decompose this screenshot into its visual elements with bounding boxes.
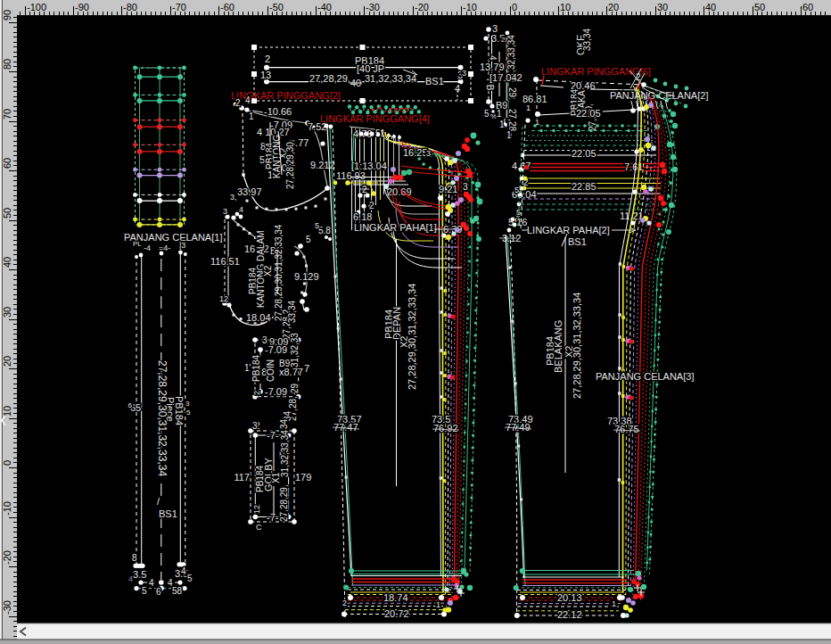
svg-text:76.92: 76.92 — [433, 423, 458, 433]
svg-text:50: 50 — [2, 208, 12, 219]
svg-text:12: 12 — [252, 505, 261, 514]
svg-text:-90: -90 — [75, 2, 89, 12]
svg-text:3: 3 — [252, 421, 258, 431]
svg-text:-50: -50 — [269, 2, 284, 12]
svg-text:27,28,29,: 27,28,29, — [279, 484, 289, 522]
svg-text:60: 60 — [2, 158, 12, 169]
svg-text:4: 4 — [245, 95, 251, 105]
svg-text:5: 5 — [484, 109, 490, 119]
svg-text:76.75: 76.75 — [614, 424, 639, 434]
svg-text:-7.09: -7.09 — [265, 344, 287, 355]
svg-text:LINGKAR PAHA[2]: LINGKAR PAHA[2] — [527, 225, 610, 235]
svg-text:LINGKAR PAHA[1]: LINGKAR PAHA[1] — [354, 222, 437, 233]
svg-text:20.72: 20.72 — [384, 608, 409, 619]
svg-text:3,: 3, — [230, 193, 237, 202]
svg-text:117: 117 — [234, 472, 250, 483]
svg-text:-60: -60 — [220, 2, 234, 12]
svg-text:-20: -20 — [2, 550, 12, 565]
svg-text:27,28: 27,28 — [507, 109, 517, 131]
svg-text:33,34: 33,34 — [582, 29, 592, 51]
svg-text:2: 2 — [235, 98, 241, 108]
svg-text:27,28,29,: 27,28,29, — [309, 73, 350, 84]
svg-text:-10.66: -10.66 — [264, 106, 292, 117]
svg-text:=4-: =4- — [159, 244, 170, 252]
svg-text:-30: -30 — [366, 2, 380, 12]
svg-text:|3: |3 — [179, 241, 185, 250]
svg-text:40: 40 — [705, 2, 716, 12]
svg-text:DEPAN: DEPAN — [391, 307, 402, 340]
svg-text:X2: X2 — [263, 265, 273, 277]
svg-text:22.05: 22.05 — [572, 148, 597, 159]
svg-text:29: 29 — [290, 383, 300, 393]
svg-text:27,28,29,30,: 27,28,29,30, — [285, 139, 295, 189]
svg-text:6: 6 — [156, 587, 161, 597]
svg-text:PB184: PB184 — [174, 396, 185, 425]
svg-text:34: 34 — [279, 418, 289, 429]
svg-text:3.5: 3.5 — [133, 569, 146, 580]
svg-text:3: 3 — [223, 207, 227, 216]
svg-text:PANJANG CELANA[3]: PANJANG CELANA[3] — [596, 371, 694, 382]
svg-text:3: 3 — [426, 149, 431, 158]
svg-text:-40: -40 — [317, 2, 332, 12]
svg-text:12: 12 — [219, 294, 228, 303]
svg-text:16.25: 16.25 — [403, 147, 428, 158]
svg-text:27,28,29,30,31,32,33,34: 27,28,29,30,31,32,33,34 — [572, 293, 582, 399]
svg-text:29:: 29: — [507, 87, 517, 100]
svg-text:70: 70 — [2, 109, 12, 120]
svg-text:60: 60 — [802, 2, 813, 12]
svg-text:1: 1 — [249, 111, 254, 121]
svg-text:-100: -100 — [27, 2, 46, 12]
svg-text:5: 5 — [186, 409, 191, 417]
svg-text:LINGKAR PINGGANG[6]: LINGKAR PINGGANG[6] — [541, 66, 651, 77]
svg-text:-7-: -7- — [267, 512, 279, 523]
svg-text:33,34: 33,34 — [287, 301, 297, 323]
svg-text:2: 2 — [369, 201, 374, 211]
svg-text:1: 1 — [612, 599, 616, 608]
svg-text:20.13: 20.13 — [557, 592, 582, 603]
svg-text:BS1: BS1 — [159, 508, 177, 519]
svg-text:3: 3 — [185, 400, 190, 408]
svg-text:-20: -20 — [415, 2, 429, 12]
svg-text:2: 2 — [342, 599, 347, 607]
svg-text:20: 20 — [2, 356, 12, 367]
svg-text:22.12: 22.12 — [557, 609, 582, 620]
svg-text:0: 0 — [2, 460, 12, 466]
svg-text:4: 4 — [239, 205, 243, 214]
svg-text:27,28,29,30,31,32,33,34: 27,28,29,30,31,32,33,34 — [407, 284, 417, 390]
svg-text:1: 1 — [499, 120, 505, 129]
svg-text:-10: -10 — [2, 501, 12, 516]
svg-text:33.97: 33.97 — [237, 186, 262, 197]
svg-text:90: 90 — [2, 10, 12, 21]
svg-text:1: 1 — [506, 130, 512, 140]
svg-text:4: 4 — [488, 55, 498, 61]
svg-text:C: C — [256, 523, 262, 532]
svg-text:22.85: 22.85 — [572, 181, 597, 192]
svg-text:-7-: -7- — [267, 430, 279, 441]
svg-text:B9: B9 — [279, 359, 291, 368]
svg-text:31,32,33: 31,32,33 — [290, 333, 300, 367]
svg-text:20: 20 — [608, 2, 619, 12]
svg-text:5: 5 — [306, 235, 311, 244]
svg-text:31,32,33,34: 31,32,33,34 — [365, 73, 416, 84]
svg-text:27,28,29,30,31,32,33,34: 27,28,29,30,31,32,33,34 — [156, 360, 169, 476]
svg-text:18.74: 18.74 — [383, 592, 408, 603]
svg-text:3: 3 — [463, 182, 468, 192]
svg-text:179: 179 — [295, 472, 311, 483]
svg-text:1: 1 — [497, 109, 502, 119]
svg-text:4: 4 — [181, 566, 186, 576]
svg-text:5: 5 — [142, 586, 147, 596]
svg-text:0: 0 — [512, 2, 517, 12]
svg-text:4: 4 — [128, 574, 133, 583]
svg-text:30: 30 — [2, 307, 12, 318]
svg-text:22.05: 22.05 — [576, 108, 601, 119]
svg-text:80: 80 — [2, 59, 12, 70]
svg-text:COIN: COIN — [266, 359, 276, 382]
svg-text:58: 58 — [172, 586, 183, 596]
svg-text:116.51: 116.51 — [210, 256, 240, 267]
svg-text:-7.09: -7.09 — [265, 386, 287, 397]
svg-text:-10: -10 — [463, 2, 477, 12]
svg-text:-30: -30 — [2, 600, 12, 615]
svg-text:BELAKANG: BELAKANG — [553, 320, 564, 373]
svg-text:6.18: 6.18 — [353, 211, 372, 222]
svg-text:50: 50 — [754, 2, 765, 12]
